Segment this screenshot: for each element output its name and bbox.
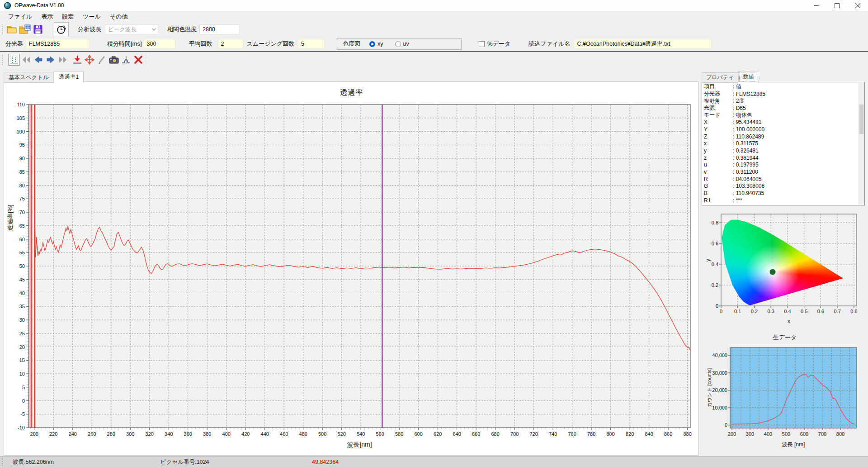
tab-properties[interactable]: プロパティ — [702, 72, 738, 83]
analysis-wavelength-label: 分析波長 — [78, 25, 101, 33]
open-file-button[interactable] — [5, 24, 18, 36]
measure-timer-button[interactable] — [54, 22, 69, 37]
menu-other[interactable]: その他 — [105, 11, 132, 22]
maximize-button[interactable] — [826, 0, 847, 11]
status-pixel-number: ピクセル番号:1024 — [160, 457, 209, 467]
prop-row: 視野角: 2度 — [704, 97, 858, 105]
spectrum-tabs: 基本スペクトル 透過率1 — [4, 71, 84, 82]
next-button[interactable] — [45, 54, 57, 66]
peak-icon — [121, 55, 131, 65]
svg-text:860: 860 — [664, 431, 672, 437]
svg-text:540: 540 — [357, 431, 365, 437]
status-wavelength: 波長:562.206nm — [13, 457, 54, 467]
menu-settings[interactable]: 設定 — [57, 11, 78, 22]
fast-forward-icon — [58, 55, 68, 65]
svg-text:55: 55 — [19, 250, 25, 255]
prop-row: y: 0.326481 — [704, 147, 858, 154]
integration-time-input[interactable]: 300 — [144, 39, 175, 49]
first-button[interactable] — [20, 54, 32, 66]
tab-basic-spectrum[interactable]: 基本スペクトル — [4, 72, 54, 83]
arrow-right-icon — [46, 55, 56, 65]
raw-data-chart-panel: 200300400500600700800010,00020,00030,000… — [705, 342, 866, 456]
transmittance-chart[interactable]: 2002202402602803003203403603804004204404… — [4, 82, 698, 455]
save-button[interactable] — [32, 24, 44, 36]
cct-label: 相関色温度 — [167, 25, 197, 33]
svg-text:95: 95 — [19, 142, 25, 148]
prop-row: R1: *** — [704, 197, 858, 204]
svg-text:800: 800 — [836, 431, 844, 437]
floppy-disk-icon — [33, 24, 43, 35]
tab-numeric[interactable]: 数値 — [738, 71, 758, 82]
svg-text:400: 400 — [222, 431, 231, 437]
scrollbar-thumb[interactable] — [859, 105, 863, 134]
svg-text:500: 500 — [318, 431, 326, 437]
tab-transmittance[interactable]: 透過率1 — [54, 71, 84, 83]
raw-data-chart: 200300400500600700800010,00020,00030,000… — [705, 342, 866, 456]
load-file-input[interactable]: C:¥OceanPhotonics¥Data¥透過率.txt — [574, 39, 711, 49]
svg-text:480: 480 — [299, 431, 307, 437]
svg-text:420: 420 — [241, 431, 250, 437]
svg-text:0: 0 — [22, 398, 25, 404]
svg-text:90: 90 — [19, 156, 25, 161]
previous-button[interactable] — [33, 54, 44, 66]
menubar: ファイル 表示 設定 ツール その他 — [0, 11, 868, 22]
svg-text:680: 680 — [491, 431, 499, 437]
drop-marker-button[interactable] — [71, 54, 83, 66]
prop-row: X: 95.434481 — [704, 119, 858, 126]
cct-input[interactable]: 2800 — [199, 24, 239, 34]
svg-text:220: 220 — [49, 431, 57, 437]
chevron-down-icon — [152, 28, 156, 31]
minimize-button[interactable] — [806, 0, 826, 11]
last-button[interactable] — [57, 54, 69, 66]
minimize-icon — [814, 3, 819, 8]
svg-text:80: 80 — [19, 183, 25, 188]
svg-text:65: 65 — [19, 223, 25, 229]
prop-row: v: 0.311200 — [704, 168, 858, 176]
annotate-button[interactable] — [96, 54, 108, 66]
close-button[interactable] — [847, 0, 868, 11]
svg-text:-10: -10 — [18, 425, 25, 430]
radio-uv[interactable] — [395, 41, 401, 47]
prop-row: u: 0.197995 — [704, 162, 858, 169]
numeric-values-rows: 項目: 値分光器: FLMS12885視野角: 2度光源: D65モード: 物体… — [704, 83, 858, 204]
menu-tools[interactable]: ツール — [78, 11, 105, 22]
legend-cursor-button[interactable] — [8, 54, 20, 66]
screenshot-button[interactable] — [108, 54, 120, 66]
menu-view[interactable]: 表示 — [37, 11, 57, 22]
svg-text:0.4: 0.4 — [712, 262, 718, 267]
load-file-label: 読込ファイル名 — [528, 40, 570, 48]
svg-text:300: 300 — [746, 431, 754, 437]
svg-text:260: 260 — [88, 431, 96, 437]
prop-row: 項目: 値 — [704, 83, 858, 91]
smoothing-count-input[interactable]: 5 — [298, 39, 324, 49]
prop-row: 分光器: FLMS12885 — [704, 91, 858, 98]
svg-text:35: 35 — [19, 304, 25, 309]
prop-row: 光源: D65 — [704, 105, 858, 112]
radio-xy[interactable] — [369, 41, 375, 47]
pan-button[interactable] — [84, 54, 95, 66]
svg-text:600: 600 — [414, 431, 422, 437]
raw-data-title: 生データ — [705, 334, 864, 342]
svg-text:波長[nm]: 波長[nm] — [347, 441, 372, 448]
open-data-folder-button[interactable] — [19, 24, 31, 36]
svg-text:110: 110 — [17, 102, 25, 107]
spectrometer-input[interactable]: FLMS12885 — [26, 39, 89, 49]
svg-text:0.6: 0.6 — [817, 309, 824, 314]
svg-text:0: 0 — [720, 309, 722, 314]
analysis-wavelength-select[interactable]: ピーク波長 — [105, 24, 158, 34]
percent-data-checkbox[interactable] — [479, 41, 485, 47]
prop-row: R: 84.064005 — [704, 176, 858, 183]
svg-text:0.2: 0.2 — [751, 309, 758, 314]
svg-text:45: 45 — [19, 277, 25, 282]
numeric-values-list: 項目: 値分光器: FLMS12885視野角: 2度光源: D65モード: 物体… — [702, 82, 865, 205]
svg-text:240: 240 — [69, 431, 77, 437]
menu-file[interactable]: ファイル — [4, 11, 37, 22]
svg-text:840: 840 — [645, 431, 653, 437]
svg-text:0.3: 0.3 — [768, 309, 774, 314]
peak-detect-button[interactable] — [120, 54, 132, 66]
average-count-input[interactable]: 2 — [218, 39, 243, 49]
clear-button[interactable] — [132, 54, 144, 66]
transmittance-chart-panel: 透過率 200220240260280300320340360380400420… — [4, 81, 698, 456]
svg-text:10: 10 — [19, 371, 25, 376]
list-scrollbar[interactable] — [859, 83, 864, 205]
